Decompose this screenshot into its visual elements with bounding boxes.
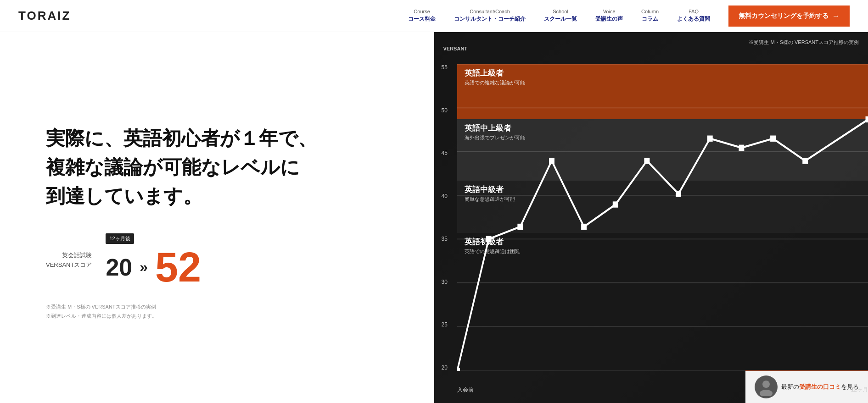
logo: TORAIZ [18, 9, 71, 23]
header: TORAIZ Course コース料金 Consultant/Coach コンサ… [0, 0, 868, 32]
score-numbers: 20 » 52 [106, 247, 201, 288]
headline-line3: 到達しています。 [46, 185, 202, 207]
svg-rect-8 [457, 368, 460, 371]
nav-school-en: School [544, 9, 577, 14]
score-notes: ※受講生 M・S様の VERSANTスコア推移の実例 ※到達レベル・達成内容には… [46, 303, 407, 321]
right-panel-chart: ※受講生 M・S様の VERSANTスコア推移の実例 VERSANT 55 50… [434, 32, 868, 403]
x-axis: 入会前 12ヶ月 [457, 386, 868, 394]
nav-school-ja: スクール一覧 [544, 15, 577, 23]
nav-voice-en: Voice [595, 9, 623, 14]
x-label-start: 入会前 [457, 386, 474, 394]
nav-faq-ja: よくある質問 [677, 15, 710, 23]
svg-rect-20 [865, 116, 868, 122]
svg-rect-9 [486, 236, 491, 242]
y-label-40: 40 [442, 193, 448, 199]
main-content: 実際に、英語初心者が１年で、 複雑な議論が可能なレベルに 到達しています。 英会… [0, 32, 868, 403]
svg-rect-18 [770, 136, 776, 142]
nav-faq[interactable]: FAQ よくある質問 [677, 9, 710, 23]
x-label-end: 12ヶ月 [851, 386, 868, 394]
svg-rect-14 [644, 158, 650, 164]
y-axis: 55 50 45 40 35 30 25 20 [442, 64, 448, 371]
nav-course[interactable]: Course コース料金 [408, 9, 436, 23]
score-to: 52 [155, 247, 201, 288]
nav-column[interactable]: Column コラム [641, 9, 659, 23]
score-label-line1: 英会話試験 [62, 252, 92, 259]
score-label: 英会話試験 VERSANTスコア [46, 251, 92, 270]
main-nav: Course コース料金 Consultant/Coach コンサルタント・コー… [408, 6, 850, 27]
headline-line2: 複雑な議論が可能なレベルに [46, 156, 300, 178]
svg-rect-10 [517, 224, 523, 230]
cta-label: 無料カウンセリングを予約する [739, 12, 829, 20]
headline-line1: 実際に、英語初心者が１年で、 [46, 127, 317, 149]
svg-rect-12 [581, 224, 587, 230]
nav-consultant[interactable]: Consultant/Coach コンサルタント・コーチ紹介 [454, 9, 526, 23]
counseling-cta-button[interactable]: 無料カウンセリングを予約する → [728, 6, 850, 27]
score-section: 英会話試験 VERSANTスコア 12ヶ月後 20 » 52 [46, 233, 407, 288]
svg-rect-15 [676, 191, 681, 197]
chart-svg [457, 64, 868, 371]
svg-rect-19 [802, 158, 808, 164]
nav-voice-ja: 受講生の声 [595, 15, 623, 23]
score-arrow-icon: » [140, 259, 148, 276]
score-display: 12ヶ月後 20 » 52 [106, 233, 201, 288]
nav-course-ja: コース料金 [408, 15, 436, 23]
score-badge: 12ヶ月後 [106, 233, 134, 244]
y-label-25: 25 [442, 321, 448, 328]
y-label-30: 30 [442, 279, 448, 285]
level-bands: 英語上級者 英語での複雑な議論が可能 英語中上級者 海外出張でプレゼンが可能 英… [457, 64, 868, 371]
y-label-55: 55 [442, 64, 448, 71]
nav-consultant-ja: コンサルタント・コーチ紹介 [454, 15, 526, 23]
y-label-45: 45 [442, 150, 448, 156]
svg-rect-16 [707, 136, 712, 142]
nav-school[interactable]: School スクール一覧 [544, 9, 577, 23]
nav-course-en: Course [408, 9, 436, 14]
main-headline: 実際に、英語初心者が１年で、 複雑な議論が可能なレベルに 到達しています。 [46, 124, 407, 210]
score-from: 20 [106, 254, 132, 281]
nav-faq-en: FAQ [677, 9, 710, 14]
left-panel: 実際に、英語初心者が１年で、 複雑な議論が可能なレベルに 到達しています。 英会… [0, 32, 434, 403]
y-label-35: 35 [442, 236, 448, 242]
score-label-line2: VERSANTスコア [46, 261, 92, 268]
nav-consultant-en: Consultant/Coach [454, 9, 526, 14]
svg-rect-13 [612, 201, 618, 207]
chart-note: ※受講生 M・S様の VERSANTスコア推移の実例 [749, 39, 859, 46]
nav-column-ja: コラム [641, 15, 659, 23]
score-note2: ※到達レベル・達成内容には個人差があります。 [46, 312, 407, 321]
svg-rect-11 [549, 158, 554, 164]
score-note1: ※受講生 M・S様の VERSANTスコア推移の実例 [46, 303, 407, 312]
chart-versant-label: VERSANT [443, 46, 468, 51]
y-label-20: 20 [442, 364, 448, 371]
cta-arrow-icon: → [832, 12, 840, 20]
svg-rect-17 [739, 145, 744, 151]
nav-voice[interactable]: Voice 受講生の声 [595, 9, 623, 23]
nav-column-en: Column [641, 9, 659, 14]
y-label-50: 50 [442, 107, 448, 114]
